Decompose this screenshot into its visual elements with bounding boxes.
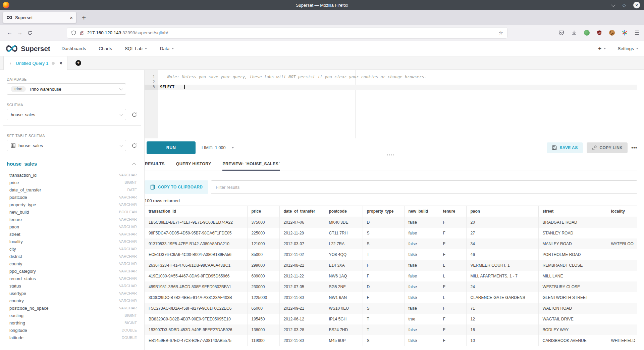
extension-asterisk-icon[interactable] [622, 30, 628, 36]
reload-icon[interactable] [25, 30, 35, 36]
cell-postcode: IP14 5GH [325, 314, 363, 324]
nav-item-charts[interactable]: Charts [99, 46, 112, 51]
database-name: Trino warehouse [29, 87, 61, 92]
refresh-table-icon[interactable] [131, 143, 137, 148]
ublock-shield-icon[interactable]: uO [597, 30, 602, 36]
cell-locality [607, 260, 637, 271]
window-maximize-icon[interactable]: ◇ [623, 3, 626, 7]
column-header-paon[interactable]: paon [466, 206, 538, 217]
column-header-locality[interactable]: locality [607, 206, 637, 217]
save-as-button[interactable]: SAVE AS [547, 142, 583, 153]
menu-hamburger-icon[interactable]: ☰ [635, 30, 639, 36]
cell-transaction-id: 2636F323-FF41-4765-81DB-98CAA6A43BC1 [145, 260, 247, 271]
forward-icon[interactable]: → [15, 30, 25, 36]
drag-handle-icon[interactable]: ⋮ [8, 61, 13, 66]
sql-editor[interactable]: 123 -- Note: Unless you save your query,… [145, 70, 637, 138]
filter-results-input[interactable] [211, 180, 637, 194]
cell-price: 138000 [247, 324, 279, 335]
more-options-button[interactable]: ••• [631, 145, 637, 150]
window-close-icon[interactable]: × [633, 2, 640, 8]
column-name: country [9, 298, 24, 303]
results-tab-preview-house-sales[interactable]: PREVIEW: `HOUSE_SALES` [222, 157, 280, 171]
cell-date-of-transfer: 2012-03-07 [279, 238, 325, 249]
schema-column-row-new-build: new_buildBOOLEAN [7, 208, 138, 216]
cell-price: 225000 [247, 228, 279, 238]
table-row-8: 3C3C29DC-B7B2-4BE5-914A-A38123AF403B1225… [145, 292, 637, 303]
schema-column-row-usertype: usertypeVARCHAR [7, 290, 138, 297]
column-header-property-type[interactable]: property_type [363, 206, 404, 217]
editor-toolbar: RUN LIMIT: 1 000 SAVE AS [145, 138, 637, 157]
nav-item-label: Data [160, 46, 170, 51]
settings-menu[interactable]: Settings [618, 46, 639, 51]
cell-locality [607, 271, 637, 281]
brand-name: Superset [21, 45, 50, 53]
copy-to-clipboard-button[interactable]: COPY TO CLIPBOARD [145, 180, 208, 194]
add-menu[interactable]: + [598, 45, 606, 52]
nav-item-dashboards[interactable]: Dashboards [61, 46, 86, 51]
back-icon[interactable]: ← [5, 30, 15, 36]
extension-green-icon[interactable] [584, 30, 590, 36]
bookmark-star-icon[interactable]: ☆ [499, 30, 503, 36]
browser-tab-superset[interactable]: Superset × [3, 12, 76, 23]
query-tab-close-icon[interactable]: × [60, 60, 62, 66]
cell-date-of-transfer: 2012-03-28 [279, 324, 325, 335]
cell-street: BODLEY WAY [538, 324, 607, 335]
cell-property-type: S [363, 335, 404, 346]
nav-item-sql-lab[interactable]: SQL Lab [125, 46, 147, 51]
column-type: VARCHAR [119, 291, 137, 295]
cell-postcode: M45 6UP [325, 335, 363, 346]
editor-line-1[interactable]: -- Note: Unless you save your query, the… [158, 75, 637, 80]
column-name: property_type [9, 202, 36, 207]
tab-close-icon[interactable]: × [70, 15, 73, 20]
add-query-tab-button[interactable]: + [75, 60, 81, 66]
table-schema-header[interactable]: house_sales [7, 161, 138, 167]
query-tab-untitled-1[interactable]: ⋮ Untitled Query 1 × [3, 56, 67, 70]
limit-dropdown[interactable]: LIMIT: 1 000 [202, 145, 234, 150]
column-header-new-build[interactable]: new_build [404, 206, 439, 217]
editor-line-3[interactable]: SELECT ... [158, 85, 637, 90]
shield-icon[interactable] [71, 30, 76, 36]
new-tab-button[interactable]: + [82, 14, 86, 21]
column-header-transaction-id[interactable]: transaction_id [145, 206, 247, 217]
column-name: price [9, 180, 19, 185]
editor-code-area[interactable]: -- Note: Unless you save your query, the… [158, 70, 637, 138]
url-bar[interactable]: 217.160.120.143:32393/superset/sqllab/ ☆ [67, 28, 507, 38]
results-tab-results[interactable]: RESULTS [145, 157, 165, 171]
nav-item-data[interactable]: Data [160, 46, 174, 51]
insecure-lock-icon[interactable] [79, 30, 84, 36]
cookie-extension-icon[interactable] [609, 30, 615, 36]
superset-brand[interactable]: Superset [5, 45, 50, 53]
refresh-schema-icon[interactable] [131, 112, 137, 118]
schema-select[interactable]: house_sales [7, 109, 126, 120]
database-select[interactable]: trino Trino warehouse [7, 83, 126, 95]
cell-tenure: F [439, 281, 466, 292]
table-row-4: ECE1D376-C9A6-4C00-B004-A380B189FA568500… [145, 249, 637, 260]
cell-price: 299000 [247, 260, 279, 271]
pane-drag-handle[interactable] [387, 154, 395, 156]
schema-column-row-postcode-no-space: postcode_no_spaceVARCHAR [7, 304, 138, 312]
column-header-price[interactable]: price [247, 206, 279, 217]
column-header-street[interactable]: street [538, 206, 607, 217]
column-header-tenure[interactable]: tenure [439, 206, 466, 217]
column-header-date-of-transfer[interactable]: date_of_transfer [279, 206, 325, 217]
copy-link-button[interactable]: COPY LINK [587, 142, 628, 153]
table-select[interactable]: house_sales [7, 140, 126, 151]
plus-icon: + [598, 45, 601, 52]
table-value: house_sales [18, 143, 43, 148]
download-icon[interactable] [571, 30, 577, 36]
column-type: VARCHAR [119, 217, 137, 221]
column-header-postcode[interactable]: postcode [325, 206, 363, 217]
pocket-icon[interactable] [558, 30, 564, 36]
editor-line-2[interactable] [158, 80, 637, 85]
collapse-chevron-icon[interactable] [132, 163, 136, 166]
gutter-line-3: 3 [145, 85, 158, 90]
run-button[interactable]: RUN [147, 141, 196, 154]
nav-item-label: Dashboards [61, 46, 86, 51]
cell-paon: 10 [466, 335, 538, 346]
column-type: VARCHAR [119, 232, 137, 236]
results-tab-query-history[interactable]: QUERY HISTORY [176, 157, 212, 171]
cell-price: 121000 [247, 238, 279, 249]
cell-new-build: false [404, 217, 439, 228]
cell-paon: 20 [466, 217, 538, 228]
column-type: VARCHAR [119, 239, 137, 244]
